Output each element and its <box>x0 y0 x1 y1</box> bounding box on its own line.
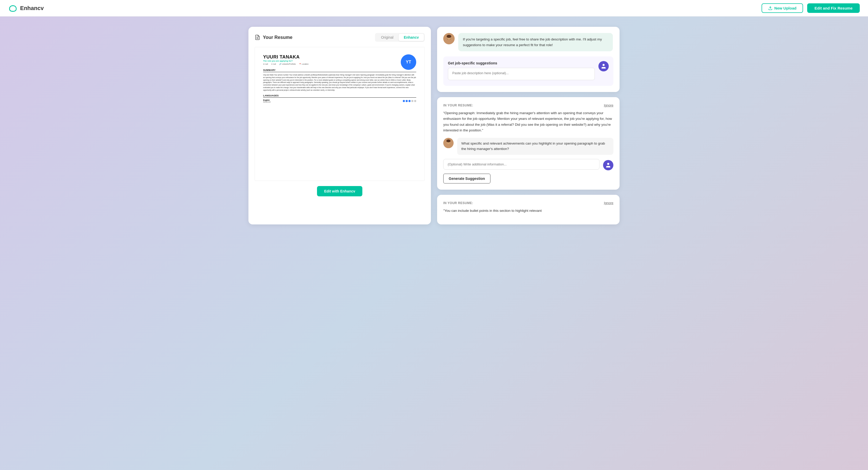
feedback-card-2: IN YOUR RESUME: Ignore "You can include … <box>437 195 620 224</box>
additional-info-input[interactable] <box>443 159 599 169</box>
tab-original[interactable]: Original <box>376 34 398 41</box>
ai-message-row: If you're targeting a specific job, feel… <box>443 33 613 51</box>
right-panel: If you're targeting a specific job, feel… <box>437 27 620 224</box>
dot-1 <box>403 100 405 102</box>
in-your-resume-header: IN YOUR RESUME: Ignore <box>443 103 613 107</box>
new-upload-button[interactable]: New Upload <box>762 3 803 13</box>
lang-name: English <box>263 99 271 101</box>
resume-document: YT YUURI TANAKA The role you are applyin… <box>255 47 425 181</box>
job-section: Get job-specific suggestions <box>443 56 613 86</box>
logo-icon <box>8 4 18 13</box>
ignore-button-2[interactable]: Ignore <box>604 201 613 205</box>
ai-avatar-image <box>443 33 455 44</box>
language-item: English Advanced <box>263 99 416 103</box>
dot-4 <box>411 100 413 102</box>
ai-avatar-small-image <box>443 138 454 148</box>
ai-avatar <box>443 33 455 44</box>
chat-card: If you're targeting a specific job, feel… <box>437 27 620 92</box>
logo-text: Enhancv <box>20 5 44 11</box>
user-avatar-icon-2 <box>603 160 613 170</box>
lang-dots <box>403 100 416 102</box>
job-description-input[interactable] <box>448 68 595 80</box>
lang-level: Advanced <box>263 101 271 103</box>
panel-header: Your Resume Original Enhancv <box>255 33 425 42</box>
user-icon-2 <box>605 162 611 168</box>
dot-2 <box>406 100 408 102</box>
ai-question-bubble: What specific and relevant achievements … <box>457 138 613 155</box>
view-toggle: Original Enhancv <box>375 33 425 42</box>
svg-point-7 <box>446 35 451 38</box>
languages-section-title: LANGUAGES <box>263 94 416 98</box>
resume-quote-2: "You can include bullet points in this s… <box>443 208 613 214</box>
svg-point-13 <box>607 163 609 165</box>
dot-5 <box>414 100 416 102</box>
ai-avatar-small <box>443 138 454 148</box>
resume-avatar: YT <box>401 54 416 70</box>
upload-icon <box>768 6 772 10</box>
resume-panel: Your Resume Original Enhancv YT YUURI TA… <box>248 27 431 224</box>
panel-title: Your Resume <box>255 34 292 40</box>
resume-candidate-role: The role you are applying for? <box>263 60 416 62</box>
user-avatar-icon <box>598 61 609 71</box>
svg-point-11 <box>446 140 451 143</box>
resume-icon <box>255 34 260 40</box>
edit-fix-resume-button[interactable]: Edit and Fix Resume <box>807 3 860 13</box>
main-content: Your Resume Original Enhancv YT YUURI TA… <box>218 17 650 235</box>
in-your-resume-header-2: IN YOUR RESUME: Ignore <box>443 201 613 205</box>
header-buttons: New Upload Edit and Fix Resume <box>762 3 860 13</box>
generate-suggestion-button[interactable]: Generate Suggestion <box>443 174 491 184</box>
resume-candidate-name: YUURI TANAKA <box>263 54 416 60</box>
tab-enhancv[interactable]: Enhancv <box>399 34 424 41</box>
summary-section-title: SUMMARY <box>263 69 416 72</box>
job-section-inner: Get job-specific suggestions <box>448 61 595 81</box>
in-your-resume-label-2: IN YOUR RESUME: <box>443 201 473 205</box>
feedback-card-1: IN YOUR RESUME: Ignore "Opening paragrap… <box>437 97 620 190</box>
user-icon <box>600 63 607 69</box>
resume-quote-1: "Opening paragraph: Immediately grab the… <box>443 110 613 133</box>
dot-3 <box>408 100 410 102</box>
summary-text: City and State Your phone number Your em… <box>263 74 416 91</box>
resume-panel-title: Your Resume <box>263 35 292 40</box>
logo: Enhancv <box>8 4 44 13</box>
ai-message-bubble: If you're targeting a specific job, feel… <box>458 33 613 51</box>
svg-point-8 <box>602 64 604 66</box>
ai-question-row: What specific and relevant achievements … <box>443 138 613 155</box>
resume-links: ⊘ null ⊙ null 🔗 LinkedIn/Portfolio 📍 Loc… <box>263 63 416 65</box>
ignore-button-1[interactable]: Ignore <box>604 103 613 107</box>
job-section-title: Get job-specific suggestions <box>448 61 595 65</box>
input-row <box>443 159 613 174</box>
header: Enhancv New Upload Edit and Fix Resume <box>0 0 868 17</box>
in-your-resume-label: IN YOUR RESUME: <box>443 103 473 107</box>
edit-with-enhancv-button[interactable]: Edit with Enhancv <box>317 186 363 196</box>
